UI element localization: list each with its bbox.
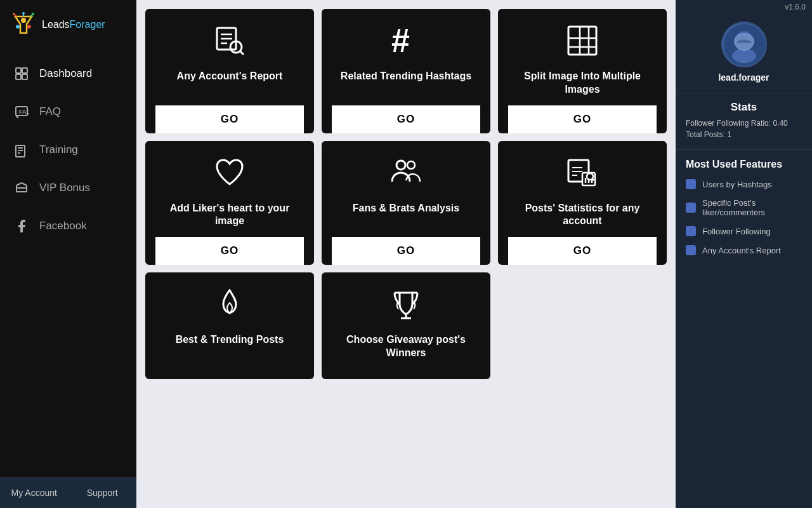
choose-giveaway-title: Choose Giveaway post's Winners <box>332 333 480 360</box>
feature-card-split-image[interactable]: Split Image Into Multiple Images GO <box>498 9 667 133</box>
follower-following-ratio: Follower Following Ratio: 0.40 <box>686 119 802 128</box>
logo-leads: Leads <box>42 19 70 30</box>
most-used-label-2: Specific Post's liker/commenters <box>702 198 802 217</box>
related-trending-hashtags-icon: # <box>388 23 424 64</box>
svg-line-32 <box>240 51 244 55</box>
profile-name: lead.forager <box>718 72 769 83</box>
most-used-dot-3 <box>686 226 696 236</box>
feature-card-related-trending-hashtags[interactable]: # Related Trending Hashtags GO <box>322 9 490 133</box>
svg-rect-26 <box>16 188 27 192</box>
facebook-label: Facebook <box>39 220 87 232</box>
split-image-go[interactable]: GO <box>508 105 657 133</box>
vip-icon <box>13 179 30 197</box>
add-liker-heart-go[interactable]: GO <box>155 237 304 265</box>
feature-card-choose-giveaway[interactable]: Choose Giveaway post's Winners <box>322 272 490 379</box>
logo-icon <box>10 11 37 38</box>
sidebar-item-vip[interactable]: VIP Bonus <box>0 169 136 207</box>
split-image-icon <box>565 23 600 64</box>
svg-point-39 <box>396 161 405 170</box>
logo-text: LeadsForager <box>42 19 105 30</box>
svg-point-2 <box>27 25 31 29</box>
feature-card-posts-statistics[interactable]: Posts' Statistics for any account GO <box>498 141 667 265</box>
sidebar: LeadsForager Dashboard FAQ <box>0 0 136 508</box>
most-used-label-3: Follower Following <box>702 227 771 236</box>
best-trending-posts-title: Best & Trending Posts <box>176 333 284 347</box>
main-content: Any Account's Report GO # Related Trendi… <box>136 0 676 508</box>
svg-point-1 <box>16 25 20 29</box>
svg-text:FAQ: FAQ <box>19 109 29 115</box>
svg-point-7 <box>13 13 15 15</box>
most-used-dot-4 <box>686 245 696 255</box>
best-trending-posts-icon <box>212 286 247 327</box>
dashboard-label: Dashboard <box>39 67 92 80</box>
feature-card-best-trending-posts[interactable]: Best & Trending Posts <box>145 272 314 379</box>
svg-rect-10 <box>16 68 21 73</box>
sidebar-item-facebook[interactable]: Facebook <box>0 207 136 245</box>
svg-point-9 <box>32 13 34 15</box>
most-used-dot-2 <box>686 203 696 213</box>
related-trending-hashtags-go[interactable]: GO <box>332 105 480 133</box>
related-trending-hashtags-title: Related Trending Hashtags <box>341 70 471 83</box>
svg-line-22 <box>16 183 22 185</box>
most-used-section: Most Used Features Users by Hashtags Spe… <box>676 150 812 273</box>
sidebar-bottom: My Account Support <box>0 477 136 508</box>
posts-statistics-icon <box>565 155 600 196</box>
svg-rect-11 <box>22 68 27 73</box>
sidebar-nav: Dashboard FAQ FAQ <box>0 48 136 477</box>
feature-card-fans-brats-analysis[interactable]: Fans & Brats Analysis GO <box>322 141 490 265</box>
most-used-item-any-account-report: Any Account's Report <box>686 245 802 255</box>
my-account-button[interactable]: My Account <box>0 478 69 508</box>
any-account-report-title: Any Account's Report <box>177 70 283 83</box>
svg-point-57 <box>732 49 756 64</box>
most-used-label-1: Users by Hashtags <box>702 180 772 189</box>
dashboard-icon <box>13 65 30 83</box>
sidebar-item-faq[interactable]: FAQ FAQ <box>0 93 136 131</box>
svg-line-23 <box>22 183 27 185</box>
most-used-item-users-by-hashtags: Users by Hashtags <box>686 179 802 189</box>
vip-label: VIP Bonus <box>39 182 90 194</box>
profile-section: lead.forager <box>676 14 812 93</box>
svg-point-0 <box>21 18 26 23</box>
logo: LeadsForager <box>0 0 136 48</box>
svg-point-40 <box>407 161 415 169</box>
avatar <box>721 22 767 67</box>
faq-icon: FAQ <box>13 103 30 121</box>
total-posts: Total Posts: 1 <box>686 130 802 139</box>
stats-title: Stats <box>686 101 802 114</box>
svg-rect-12 <box>16 74 21 79</box>
feature-card-any-account-report[interactable]: Any Account's Report GO <box>145 9 314 133</box>
choose-giveaway-icon <box>388 286 424 327</box>
most-used-title: Most Used Features <box>686 159 802 170</box>
svg-point-5 <box>22 12 25 15</box>
most-used-dot-1 <box>686 179 696 189</box>
sidebar-item-training[interactable]: Training <box>0 131 136 169</box>
training-label: Training <box>39 144 78 156</box>
svg-rect-13 <box>22 74 27 79</box>
add-liker-heart-title: Add Liker's heart to your image <box>155 202 304 229</box>
svg-text:#: # <box>391 23 410 58</box>
most-used-item-specific-post: Specific Post's liker/commenters <box>686 198 802 217</box>
feature-card-add-liker-heart[interactable]: Add Liker's heart to your image GO <box>145 141 314 265</box>
add-liker-heart-icon <box>212 155 247 196</box>
posts-statistics-go[interactable]: GO <box>508 237 657 265</box>
support-button[interactable]: Support <box>69 478 137 508</box>
posts-statistics-title: Posts' Statistics for any account <box>508 202 657 229</box>
training-icon <box>13 141 30 159</box>
most-used-item-follower-following: Follower Following <box>686 226 802 236</box>
logo-forager: Forager <box>70 19 105 30</box>
avatar-inner <box>723 23 766 66</box>
sidebar-item-dashboard[interactable]: Dashboard <box>0 55 136 93</box>
fans-brats-analysis-icon <box>388 155 424 196</box>
stats-section: Stats Follower Following Ratio: 0.40 Tot… <box>676 93 812 150</box>
facebook-icon <box>13 217 30 235</box>
version-tag: v1.6.0 <box>676 0 812 14</box>
right-panel: v1.6.0 lead.forager Stats Follower Follo… <box>676 0 812 508</box>
any-account-report-icon <box>212 23 247 64</box>
most-used-label-4: Any Account's Report <box>702 246 781 255</box>
any-account-report-go[interactable]: GO <box>155 105 304 133</box>
fans-brats-analysis-title: Fans & Brats Analysis <box>353 202 459 215</box>
fans-brats-analysis-go[interactable]: GO <box>332 237 480 265</box>
svg-rect-34 <box>568 27 596 55</box>
faq-label: FAQ <box>39 105 61 118</box>
split-image-title: Split Image Into Multiple Images <box>508 70 657 97</box>
